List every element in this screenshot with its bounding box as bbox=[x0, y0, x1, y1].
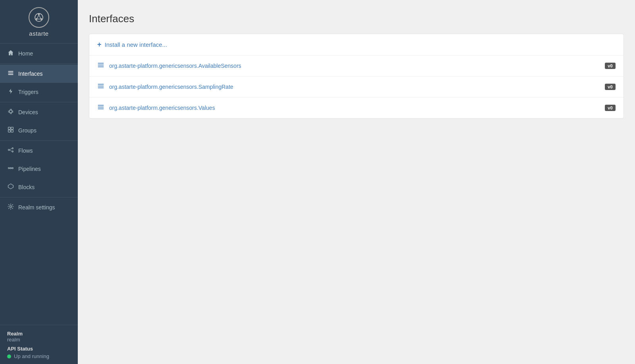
svg-rect-39 bbox=[98, 84, 104, 85]
api-status-row: Up and running bbox=[7, 353, 71, 359]
svg-rect-8 bbox=[8, 73, 13, 73]
chip-icon bbox=[7, 108, 14, 116]
svg-point-24 bbox=[8, 149, 10, 150]
main-content: Interfaces + Install a new interface... … bbox=[78, 0, 635, 364]
svg-rect-36 bbox=[98, 63, 104, 64]
flow-icon bbox=[7, 147, 14, 155]
svg-line-27 bbox=[10, 148, 12, 149]
svg-point-26 bbox=[12, 151, 13, 152]
svg-rect-20 bbox=[8, 127, 11, 130]
svg-point-31 bbox=[12, 167, 13, 169]
svg-marker-34 bbox=[8, 184, 13, 189]
svg-line-4 bbox=[39, 15, 41, 19]
sidebar-bottom: Realm realm API Status Up and running bbox=[0, 325, 78, 364]
sidebar-item-triggers[interactable]: Triggers bbox=[0, 83, 78, 101]
home-icon bbox=[7, 50, 14, 57]
interface-version-2: v0 bbox=[605, 105, 616, 111]
sidebar-item-label: Groups bbox=[18, 127, 37, 134]
svg-rect-23 bbox=[11, 130, 13, 132]
sidebar-item-label: Devices bbox=[18, 109, 38, 115]
interface-row-1[interactable]: org.astarte-platform.genericsensors.Samp… bbox=[89, 76, 623, 97]
interface-version-0: v0 bbox=[605, 63, 616, 69]
svg-rect-43 bbox=[98, 107, 104, 107]
interface-list-icon-1 bbox=[97, 82, 104, 91]
svg-rect-7 bbox=[8, 71, 13, 72]
svg-marker-10 bbox=[9, 89, 12, 94]
sidebar-item-home[interactable]: Home bbox=[0, 44, 78, 63]
page-title: Interfaces bbox=[89, 13, 624, 25]
sidebar: astarte Home Interfaces Triggers Devices… bbox=[0, 0, 78, 364]
svg-rect-37 bbox=[98, 65, 104, 65]
svg-rect-22 bbox=[8, 130, 11, 132]
sidebar-item-blocks[interactable]: Blocks bbox=[0, 178, 78, 196]
svg-line-5 bbox=[37, 15, 39, 19]
groups-icon bbox=[7, 126, 14, 134]
realm-value: realm bbox=[7, 337, 71, 343]
install-button-label: Install a new interface... bbox=[105, 41, 167, 48]
svg-point-29 bbox=[8, 167, 10, 169]
svg-rect-41 bbox=[98, 88, 104, 88]
sidebar-item-flows[interactable]: Flows bbox=[0, 142, 78, 160]
sidebar-item-label: Pipelines bbox=[18, 166, 41, 172]
sidebar-item-interfaces[interactable]: Interfaces bbox=[0, 65, 78, 83]
sidebar-item-realm-settings[interactable]: Realm settings bbox=[0, 198, 78, 216]
sidebar-item-label: Interfaces bbox=[18, 71, 42, 77]
sidebar-item-groups[interactable]: Groups bbox=[0, 121, 78, 140]
svg-rect-11 bbox=[10, 110, 12, 113]
realm-label: Realm bbox=[7, 331, 71, 337]
logo-area: astarte bbox=[0, 0, 78, 42]
interface-name-1: org.astarte-platform.genericsensors.Samp… bbox=[109, 84, 605, 90]
bolt-icon bbox=[7, 88, 14, 96]
interface-list-icon-0 bbox=[97, 61, 104, 70]
logo-icon bbox=[29, 7, 49, 28]
svg-rect-9 bbox=[8, 74, 13, 75]
install-interface-button[interactable]: + Install a new interface... bbox=[89, 34, 623, 55]
svg-line-28 bbox=[10, 150, 12, 151]
sidebar-item-devices[interactable]: Devices bbox=[0, 103, 78, 121]
gear-icon bbox=[7, 203, 14, 211]
sidebar-item-pipelines[interactable]: Pipelines bbox=[0, 160, 78, 178]
plus-icon: + bbox=[97, 40, 102, 49]
svg-rect-21 bbox=[11, 127, 13, 130]
svg-point-35 bbox=[10, 206, 12, 208]
svg-rect-44 bbox=[98, 109, 104, 109]
api-status-label: API Status bbox=[7, 346, 71, 352]
svg-rect-38 bbox=[98, 67, 104, 67]
status-dot bbox=[7, 354, 11, 358]
svg-rect-42 bbox=[98, 105, 104, 106]
interface-list-icon-2 bbox=[97, 103, 104, 112]
interface-row-2[interactable]: org.astarte-platform.genericsensors.Valu… bbox=[89, 97, 623, 118]
interface-name-0: org.astarte-platform.genericsensors.Avai… bbox=[109, 63, 605, 69]
sidebar-item-label: Flows bbox=[18, 148, 33, 154]
blocks-icon bbox=[7, 183, 14, 191]
pipeline-icon bbox=[7, 165, 14, 173]
svg-point-25 bbox=[12, 148, 13, 149]
svg-point-1 bbox=[38, 13, 40, 15]
interfaces-card: + Install a new interface... org.astarte… bbox=[89, 34, 624, 119]
svg-point-30 bbox=[10, 167, 11, 169]
sidebar-item-label: Triggers bbox=[18, 89, 38, 95]
api-status-text: Up and running bbox=[14, 353, 49, 359]
sidebar-item-label: Realm settings bbox=[18, 204, 55, 211]
interface-name-2: org.astarte-platform.genericsensors.Valu… bbox=[109, 105, 605, 111]
svg-rect-40 bbox=[98, 86, 104, 86]
interface-row-0[interactable]: org.astarte-platform.genericsensors.Avai… bbox=[89, 55, 623, 76]
interface-version-1: v0 bbox=[605, 84, 616, 90]
sidebar-item-label: Blocks bbox=[18, 184, 35, 190]
sidebar-item-label: Home bbox=[18, 50, 33, 57]
logo-text: astarte bbox=[29, 30, 48, 37]
list-icon bbox=[7, 70, 14, 78]
